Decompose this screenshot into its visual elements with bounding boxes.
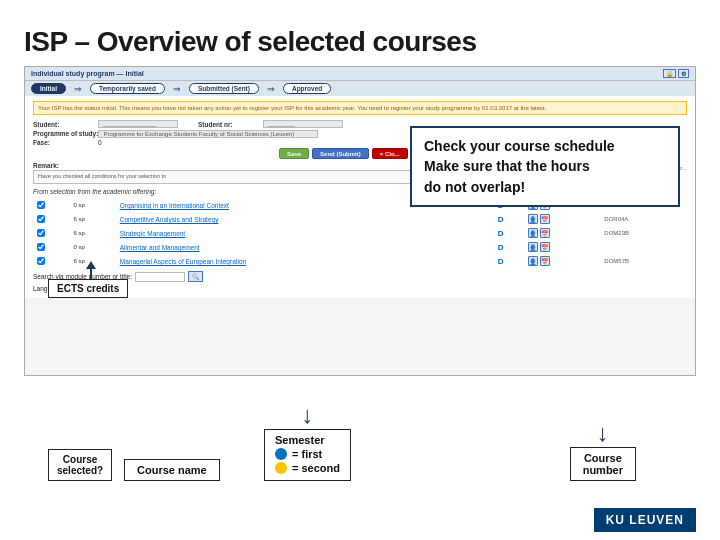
check-schedule-title: Check your course schedule — [424, 136, 666, 156]
arrow-2: ⇒ — [173, 84, 181, 94]
ects-arrowhead — [86, 261, 96, 269]
ss-course-table: 0 sp Organising in an International Cont… — [33, 197, 687, 269]
table-row: 0 sp Alimentar and Management D 👤 📅 — [35, 241, 685, 253]
course-icons-3: 👤 📅 — [526, 241, 600, 253]
course-number-cell-2: DOM23B — [602, 227, 685, 239]
ss-search-row: Search via module number or title: 🔍 — [33, 271, 687, 282]
course-link-4[interactable]: Managerial Aspects of European Integrati… — [120, 258, 246, 265]
annotations-layer: Individual study program — Initial 🔒 ⚙ I… — [24, 66, 696, 516]
course-semester-2: D — [496, 227, 524, 239]
page-title: ISP – Overview of selected courses — [24, 26, 696, 58]
semester-second-text: = second — [292, 462, 340, 474]
arrow-3: ⇒ — [267, 84, 275, 94]
course-icon-cal-3[interactable]: 📅 — [540, 242, 550, 252]
course-credits-3: 0 sp — [72, 241, 116, 253]
check-schedule-callout: Check your course schedule Make sure tha… — [410, 126, 680, 207]
course-number-box: Course number — [570, 447, 636, 481]
course-checkbox-2[interactable] — [37, 229, 45, 237]
course-checkbox-cell — [35, 227, 70, 239]
semester-box: Semester = first = second — [264, 429, 351, 481]
course-credits-0: 0 sp — [72, 199, 116, 211]
ss-status-row: Initial ⇒ Temporarily saved ⇒ Submitted … — [25, 80, 695, 96]
course-number-cell-1: DOR04A — [602, 213, 685, 225]
course-number-arrow-down: ↓ — [597, 421, 609, 445]
course-checkbox-4[interactable] — [37, 257, 45, 265]
course-icon-person-1[interactable]: 👤 — [528, 214, 538, 224]
course-link-2[interactable]: Strategic Management — [120, 230, 185, 237]
ss-search-icon[interactable]: 🔍 — [188, 271, 203, 282]
course-icon-person-2[interactable]: 👤 — [528, 228, 538, 238]
course-name-cell-3: Alimentar and Management — [118, 241, 494, 253]
arrow-1: ⇒ — [74, 84, 82, 94]
ss-student-value: ________________ — [98, 120, 178, 128]
ss-language-modules: Language program modules: D — [33, 284, 687, 293]
status-submitted[interactable]: Submitted (Sent) — [189, 83, 259, 94]
course-semester-4: D — [496, 255, 524, 267]
course-checkbox-0[interactable] — [37, 201, 45, 209]
course-checkbox-cell — [35, 255, 70, 267]
course-number-annotation: ↓ Course number — [570, 421, 636, 481]
semester-first-dot — [275, 448, 287, 460]
ss-save-btn[interactable]: Save — [279, 148, 309, 159]
ss-submit-btn[interactable]: Send (Submit) — [312, 148, 369, 159]
semester-annotation: ↓ Semester = first = second — [264, 403, 351, 481]
semester-first-text: = first — [292, 448, 322, 460]
status-temp-saved[interactable]: Temporarily saved — [90, 83, 165, 94]
course-icon-cal-4[interactable]: 📅 — [540, 256, 550, 266]
course-checkbox-1[interactable] — [37, 215, 45, 223]
course-icons-4: 👤 📅 — [526, 255, 600, 267]
semester-title: Semester — [275, 434, 340, 446]
ss-icon-area: 🔒 ⚙ — [663, 69, 689, 78]
course-link-0[interactable]: Organising in an International Context — [120, 202, 229, 209]
course-semester-3: D — [496, 241, 524, 253]
semester-arrow-down: ↓ — [302, 403, 314, 427]
course-number-cell-3 — [602, 241, 685, 253]
course-icon-person-3[interactable]: 👤 — [528, 242, 538, 252]
course-checkbox-3[interactable] — [37, 243, 45, 251]
ects-credits-text: ECTS credits — [57, 283, 119, 294]
course-selected-line1: Course — [57, 454, 103, 465]
ss-close-btn[interactable]: × Clo... — [372, 148, 408, 159]
course-link-3[interactable]: Alimentar and Management — [120, 244, 200, 251]
ss-studentnr-row: Student nr: ________ — [198, 120, 343, 128]
course-icon-cal-1[interactable]: 📅 — [540, 214, 550, 224]
ss-title-text: Individual study program — Initial — [31, 70, 144, 77]
semester-second-line: = second — [275, 462, 340, 474]
course-name-cell-2: Strategic Management — [118, 227, 494, 239]
course-icons-2: 👤 📅 — [526, 227, 600, 239]
course-selected-annotation: Course selected? — [48, 449, 112, 481]
table-row: 6 sp Strategic Management D 👤 📅 DOM23B — [35, 227, 685, 239]
ss-fase-label: Fase: — [33, 139, 98, 146]
course-number-cell-4: DOM57B — [602, 255, 685, 267]
course-name-text: Course name — [137, 464, 207, 476]
slide-content: ISP – Overview of selected courses Indiv… — [0, 0, 720, 540]
course-number-line1: Course — [583, 452, 623, 464]
ss-title-bar: Individual study program — Initial 🔒 ⚙ — [25, 67, 695, 80]
page-wrapper: ISP – Overview of selected courses Indiv… — [0, 0, 720, 540]
status-initial[interactable]: Initial — [31, 83, 66, 94]
check-schedule-body: Make sure that the hoursdo not overlap! — [424, 156, 666, 197]
course-name-annotation: Course name — [124, 459, 220, 481]
isp-screenshot: Individual study program — Initial 🔒 ⚙ I… — [24, 66, 696, 376]
course-name-cell-1: Competitive Analysis and Strategy — [118, 213, 494, 225]
course-credits-2: 6 sp — [72, 227, 116, 239]
course-checkbox-cell — [35, 199, 70, 211]
ss-icon-2[interactable]: ⚙ — [678, 69, 689, 78]
ss-fase-value: 0 — [98, 139, 102, 146]
course-credits-1: 6 sp — [72, 213, 116, 225]
course-name-cell-4: Managerial Aspects of European Integrati… — [118, 255, 494, 267]
status-approved[interactable]: Approved — [283, 83, 331, 94]
page-header: ISP – Overview of selected courses — [24, 16, 696, 66]
course-icon-person-4[interactable]: 👤 — [528, 256, 538, 266]
course-icons-1: 👤 📅 — [526, 213, 600, 225]
ss-search-input[interactable] — [135, 272, 185, 282]
table-row: 6 sp Competitive Analysis and Strategy D… — [35, 213, 685, 225]
semester-second-dot — [275, 462, 287, 474]
semester-first-line: = first — [275, 448, 340, 460]
course-link-1[interactable]: Competitive Analysis and Strategy — [120, 216, 219, 223]
ss-student-label: Student: — [33, 121, 98, 128]
course-icon-cal-2[interactable]: 📅 — [540, 228, 550, 238]
course-checkbox-cell — [35, 241, 70, 253]
course-number-line2: number — [583, 464, 623, 476]
ss-icon-1[interactable]: 🔒 — [663, 69, 676, 78]
